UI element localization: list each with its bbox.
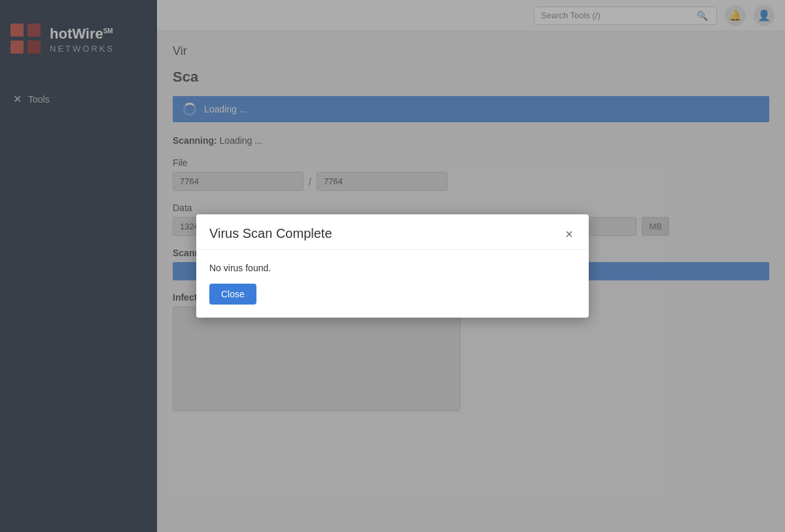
modal-close-x-button[interactable]: × — [563, 227, 576, 241]
modal-message: No virus found. — [209, 263, 576, 273]
modal-header: Virus Scan Complete × — [196, 214, 589, 250]
modal-body: No virus found. Close — [196, 250, 589, 318]
modal-close-button[interactable]: Close — [209, 284, 256, 305]
modal: Virus Scan Complete × No virus found. Cl… — [196, 214, 589, 318]
modal-overlay: Virus Scan Complete × No virus found. Cl… — [0, 0, 785, 532]
modal-title: Virus Scan Complete — [209, 226, 332, 241]
